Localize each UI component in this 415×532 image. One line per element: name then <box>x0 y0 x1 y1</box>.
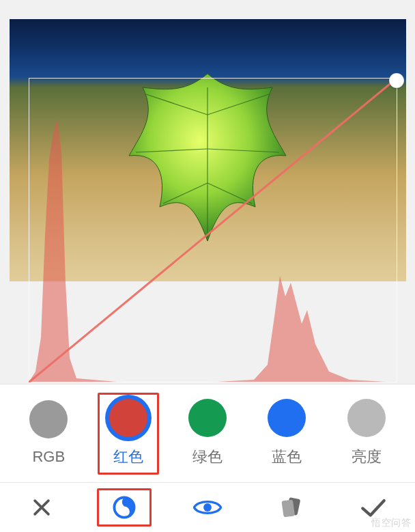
channel-label: 绿色 <box>192 447 223 467</box>
curve-point-handle[interactable] <box>389 73 404 88</box>
channel-label: RGB <box>32 448 65 466</box>
action-bar <box>0 483 415 532</box>
channel-blue[interactable]: 蓝色 <box>256 393 317 475</box>
channel-luminance[interactable]: 亮度 <box>336 393 397 475</box>
curves-canvas[interactable] <box>0 0 415 384</box>
cards-icon <box>278 495 303 520</box>
curves-tool-button[interactable] <box>97 488 152 527</box>
check-icon <box>360 496 387 518</box>
channel-label: 亮度 <box>352 447 382 467</box>
channel-red[interactable]: 红色 <box>98 393 159 475</box>
style-cards-button[interactable] <box>263 488 318 527</box>
channel-picker: RGB 红色 绿色 蓝色 亮度 <box>0 384 415 483</box>
cancel-button[interactable] <box>14 488 69 527</box>
swatch-luminance <box>347 399 386 437</box>
channel-label: 红色 <box>113 447 143 467</box>
swatch-red <box>109 399 147 437</box>
eye-icon <box>193 497 222 518</box>
svg-point-2 <box>203 503 212 512</box>
preview-button[interactable] <box>180 488 235 527</box>
close-icon <box>30 496 53 519</box>
svg-rect-4 <box>281 499 295 517</box>
swatch-rgb <box>29 400 68 438</box>
leaf-illustration <box>105 67 310 244</box>
swatch-blue <box>268 399 306 437</box>
channel-rgb[interactable]: RGB <box>18 394 79 473</box>
channel-label: 蓝色 <box>272 447 302 467</box>
preview-image <box>10 19 406 281</box>
curves-icon <box>111 494 137 520</box>
swatch-green <box>188 399 227 437</box>
watermark: 悟空问答 <box>371 517 411 529</box>
channel-green[interactable]: 绿色 <box>177 393 238 475</box>
